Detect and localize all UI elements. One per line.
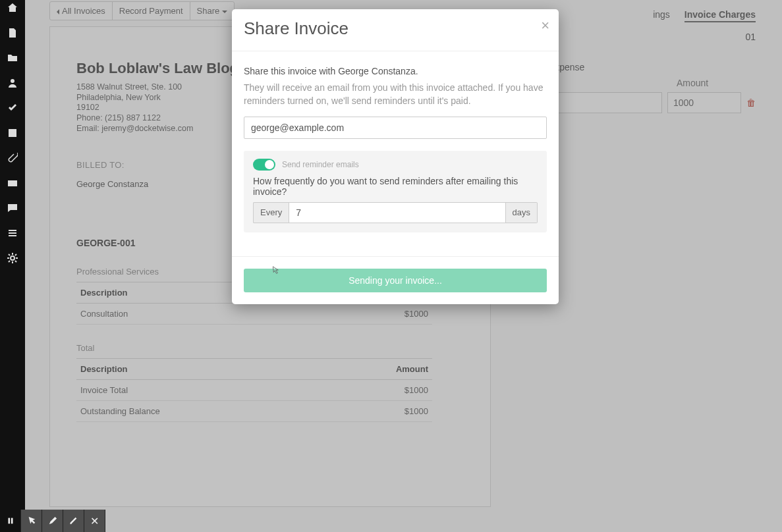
bottom-toolbar: ✕: [0, 510, 105, 532]
svg-rect-1: [8, 180, 17, 186]
days-label: days: [506, 202, 538, 223]
document-icon[interactable]: [7, 28, 18, 38]
reminder-box: Send reminder emails How frequently do y…: [244, 151, 547, 232]
pause-button[interactable]: [0, 510, 21, 532]
pointer-button[interactable]: [21, 510, 42, 532]
svg-point-0: [11, 79, 14, 83]
folder-icon[interactable]: [7, 53, 18, 63]
modal-subtext: They will receive an email from you with…: [244, 82, 547, 107]
cursor-icon: [270, 266, 279, 275]
check-icon[interactable]: [7, 103, 18, 113]
reminder-question: How frequently do you want to send remin…: [253, 176, 538, 197]
reminder-interval-input[interactable]: [289, 202, 505, 223]
attachment-icon[interactable]: [7, 153, 18, 163]
brush-button[interactable]: [63, 510, 84, 532]
gear-icon[interactable]: [7, 253, 18, 263]
recipient-email-input[interactable]: [244, 117, 547, 139]
every-label: Every: [253, 202, 289, 223]
close-button[interactable]: ✕: [84, 510, 105, 532]
person-icon[interactable]: [7, 78, 18, 88]
card-icon[interactable]: [7, 178, 18, 188]
reminder-toggle-label: Send reminder emails: [282, 160, 359, 169]
svg-point-2: [11, 256, 14, 260]
list-icon[interactable]: [7, 228, 18, 238]
chat-icon[interactable]: [7, 203, 18, 213]
book-icon[interactable]: [7, 128, 18, 138]
modal-intro: Share this invoice with George Constanza…: [244, 66, 547, 76]
close-icon[interactable]: ×: [541, 18, 549, 33]
svg-rect-3: [8, 518, 10, 524]
left-nav: [0, 0, 25, 532]
modal-title: Share Invoice: [244, 18, 547, 39]
svg-rect-4: [11, 518, 13, 524]
send-invoice-button[interactable]: Sending your invoice...: [244, 269, 547, 292]
reminder-toggle[interactable]: [253, 159, 275, 171]
pencil-button[interactable]: [42, 510, 63, 532]
home-icon[interactable]: [7, 3, 18, 13]
share-invoice-modal: × Share Invoice Share this invoice with …: [232, 9, 559, 304]
